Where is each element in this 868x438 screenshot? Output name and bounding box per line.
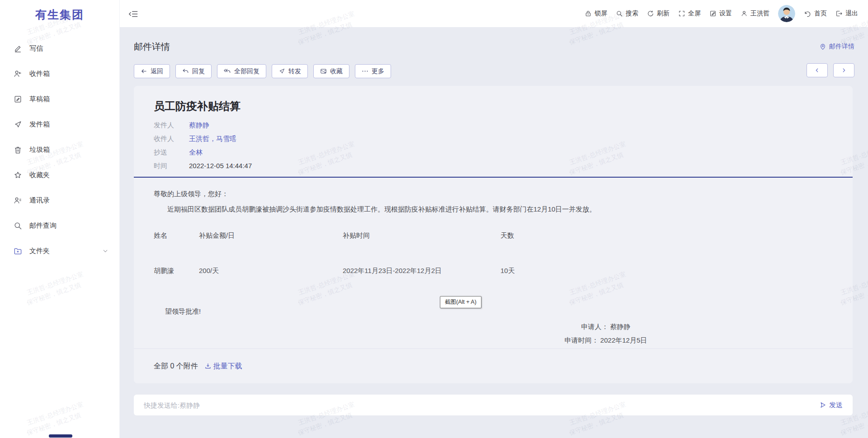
topbar: 锁屏 搜索 刷新 全屏	[0, 0, 868, 27]
table-header: 补贴金额/日	[199, 231, 343, 240]
attachments-summary: 全部 0 个附件	[154, 362, 198, 371]
search-icon	[616, 10, 623, 17]
sidebar: 有生集团 写信 收件箱	[0, 0, 120, 438]
mail-greeting: 尊敬的上级领导，您好：	[154, 189, 833, 198]
table-cell: 胡鹏濠	[154, 266, 199, 275]
trash-icon	[14, 146, 22, 154]
time-label: 时间	[154, 159, 182, 173]
pencil-icon	[14, 44, 22, 53]
next-mail-button[interactable]	[833, 63, 854, 77]
draft-icon	[14, 95, 22, 104]
reply-all-button[interactable]: 全部回复	[217, 64, 266, 78]
quick-send-bar: 发送	[134, 395, 853, 415]
refresh-icon	[647, 10, 654, 17]
forward-icon	[278, 68, 285, 75]
arrow-left-icon	[141, 68, 147, 75]
sidebar-item-compose[interactable]: 写信	[0, 36, 119, 61]
location-pin-icon	[819, 43, 826, 50]
mail-closing: 望领导批准!	[165, 307, 833, 316]
logout-button[interactable]: 退出	[835, 9, 858, 18]
topbar-actions: 锁屏 搜索 刷新 全屏	[585, 0, 858, 27]
mail-to[interactable]: 王洪哲，马雪瑶	[189, 132, 236, 146]
sidebar-item-sent[interactable]: 发件箱	[0, 112, 119, 137]
chevron-left-icon	[814, 67, 820, 73]
page-title: 邮件详情	[134, 41, 170, 53]
inbox-icon	[14, 70, 22, 78]
from-label: 发件人	[154, 118, 182, 132]
sidebar-item-mail-search[interactable]: 邮件查询	[0, 213, 119, 238]
send-button[interactable]: 发送	[819, 401, 843, 410]
fullscreen-button[interactable]: 全屏	[678, 9, 701, 18]
table-cell: 10天	[500, 266, 833, 275]
sent-icon	[14, 120, 22, 129]
mail-paragraph: 近期福田区数据团队成员胡鹏濠被抽调沙头街道参加疫情数据处理工作。现根据防疫补贴标…	[154, 205, 833, 214]
table-header: 天数	[500, 231, 833, 240]
mail-cc[interactable]: 全林	[189, 146, 203, 159]
sidebar-item-trash[interactable]: 垃圾箱	[0, 137, 119, 162]
applicant-block: 申请人： 蔡静静 申请时间： 2022年12月5日	[511, 320, 701, 347]
cc-label: 抄送	[154, 146, 182, 159]
favorite-mail-icon	[320, 68, 327, 75]
folder-icon	[14, 247, 22, 255]
home-button[interactable]: 首页	[804, 9, 827, 18]
settings-icon	[709, 10, 717, 17]
brand-logo: 有生集团	[0, 7, 119, 22]
avatar[interactable]	[778, 5, 795, 22]
sidebar-item-drafts[interactable]: 草稿箱	[0, 86, 119, 112]
sidebar-item-favorites[interactable]: 收藏夹	[0, 162, 119, 188]
back-button[interactable]: 返回	[134, 64, 170, 78]
refresh-button[interactable]: 刷新	[647, 9, 670, 18]
favorite-button[interactable]: 收藏	[313, 64, 349, 78]
contacts-icon	[14, 196, 22, 205]
chevron-right-icon	[841, 67, 847, 73]
logout-icon	[835, 10, 843, 17]
mail-from[interactable]: 蔡静静	[189, 118, 209, 132]
mail-detail-card: 员工防疫补贴结算 发件人 蔡静静 收件人 王洪哲，马雪瑶 抄送 全林 时间 20…	[134, 86, 853, 383]
forward-button[interactable]: 转发	[272, 64, 308, 78]
settings-button[interactable]: 设置	[709, 9, 732, 18]
horizontal-scrollbar-thumb[interactable]	[49, 434, 72, 438]
table-cell: 2022年11月23日-2022年12月2日	[343, 266, 500, 275]
sidebar-menu: 写信 收件箱 草稿箱	[0, 36, 119, 264]
quick-send-input[interactable]	[144, 401, 819, 409]
star-icon	[14, 171, 22, 179]
main-content: 邮件详情 邮件详情 返回 回复	[120, 27, 868, 438]
breadcrumb: 邮件详情	[819, 42, 854, 51]
attachments-bar: 全部 0 个附件 批量下载	[134, 349, 853, 383]
to-label: 收件人	[154, 132, 182, 146]
screenshot-tooltip: 截图(Alt + A)	[440, 296, 481, 308]
table-header: 姓名	[154, 231, 199, 240]
batch-download-button[interactable]: 批量下载	[204, 362, 242, 371]
sidebar-item-folders[interactable]: 文件夹	[0, 238, 119, 264]
mail-toolbar: 返回 回复 全部回复 转	[134, 64, 391, 78]
user-icon	[741, 10, 748, 17]
search-button[interactable]: 搜索	[616, 9, 638, 18]
apply-time-line: 申请时间： 2022年12月5日	[511, 334, 701, 347]
chevron-down-icon	[102, 248, 108, 254]
reply-button[interactable]: 回复	[175, 64, 212, 78]
fullscreen-icon	[678, 10, 685, 17]
mail-pager	[807, 63, 854, 77]
current-user-button[interactable]: 王洪哲	[741, 9, 769, 18]
mail-body: 尊敬的上级领导，您好： 近期福田区数据团队成员胡鹏濠被抽调沙头街道参加疫情数据处…	[134, 178, 853, 347]
sidebar-item-inbox[interactable]: 收件箱	[0, 61, 119, 86]
subsidy-table: 姓名 补贴金额/日 补贴时间 天数 胡鹏濠 200/天 2022年11月23日-…	[154, 231, 833, 275]
mail-meta: 发件人 蔡静静 收件人 王洪哲，马雪瑶 抄送 全林 时间 2022-12-05 …	[154, 118, 833, 173]
mail-subject: 员工防疫补贴结算	[154, 99, 833, 113]
table-header: 补贴时间	[343, 231, 500, 240]
home-icon	[804, 10, 811, 18]
lock-icon	[585, 10, 592, 17]
applicant-line: 申请人： 蔡静静	[511, 320, 701, 334]
reply-all-icon	[224, 68, 231, 75]
more-button[interactable]: 更多	[355, 64, 391, 78]
mail-time: 2022-12-05 14:44:47	[189, 159, 252, 173]
search-icon	[14, 221, 22, 230]
reply-icon	[182, 68, 189, 75]
prev-mail-button[interactable]	[807, 63, 828, 77]
table-cell: 200/天	[199, 266, 343, 275]
more-icon	[362, 68, 368, 75]
send-icon	[819, 401, 826, 409]
sidebar-item-contacts[interactable]: 通讯录	[0, 188, 119, 213]
sidebar-collapse-icon[interactable]	[128, 9, 138, 19]
lock-screen-button[interactable]: 锁屏	[585, 9, 607, 18]
